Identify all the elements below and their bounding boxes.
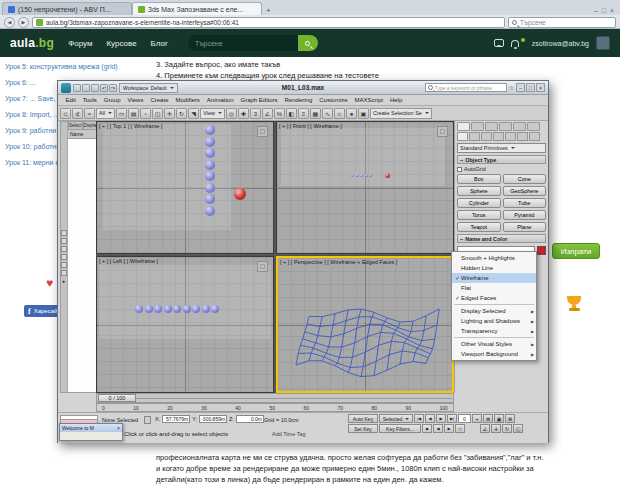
scene-sphere[interactable] <box>205 125 215 135</box>
terrain-mesh[interactable] <box>290 280 442 380</box>
scene-sphere[interactable] <box>154 305 162 313</box>
explorer-tool-icon[interactable] <box>61 270 67 276</box>
menu-item[interactable]: Animation <box>203 97 237 103</box>
unlink-selection-icon[interactable]: ⊄ <box>72 108 83 119</box>
current-frame-field[interactable]: 0 <box>458 414 471 423</box>
space-warps-icon[interactable] <box>517 132 528 141</box>
render-setup-icon[interactable]: ▣ <box>358 108 369 119</box>
back-button[interactable]: ◀ <box>4 17 15 28</box>
viewport-perspective[interactable]: [ + ] [ Perspective ] [ Wireframe + Edge… <box>276 256 454 393</box>
time-slider-handle[interactable]: 0 / 100 <box>98 394 136 402</box>
primitive-button[interactable]: GeoSphere <box>503 186 547 196</box>
scene-sphere[interactable] <box>356 174 359 177</box>
select-and-scale-icon[interactable]: ◥ <box>188 108 199 119</box>
bind-to-space-warp-icon[interactable]: ≈ <box>84 108 95 119</box>
reference-coordinate-dropdown[interactable]: View <box>200 108 225 119</box>
align-icon[interactable]: ≡ <box>298 108 309 119</box>
scene-sphere[interactable] <box>365 174 368 177</box>
viewport-front[interactable]: [ + ] [ Front ] [ Wireframe ] <box>276 121 454 254</box>
window-crossing-icon[interactable]: ◫ <box>152 108 163 119</box>
window-minimize-icon[interactable]: – <box>594 6 598 15</box>
named-selection-set-dropdown[interactable]: Create Selection Se <box>370 108 432 119</box>
menu-item[interactable]: Customize <box>316 97 351 103</box>
scene-sphere[interactable] <box>205 194 215 204</box>
pan-view-icon[interactable]: ✛ <box>491 424 501 433</box>
scene-sphere[interactable] <box>164 305 172 313</box>
viewport-label[interactable]: [ + ] [ Front ] [ Wireframe ] <box>279 123 342 129</box>
context-menu-item[interactable]: ✓ Wireframe <box>452 273 536 283</box>
time-slider-track[interactable] <box>136 398 452 399</box>
max-maximize-icon[interactable]: □ <box>526 83 535 92</box>
scene-sphere[interactable] <box>205 160 215 170</box>
previous-key-icon[interactable]: ◀ <box>433 424 443 433</box>
object-type-rollout[interactable]: − Object Type <box>457 155 546 164</box>
scene-sphere[interactable] <box>192 305 200 313</box>
lights-icon[interactable] <box>481 132 492 141</box>
menu-item[interactable]: Modifiers <box>172 97 203 103</box>
undo-icon[interactable]: ↶ <box>100 84 108 92</box>
hierarchy-tab-icon[interactable] <box>485 122 498 131</box>
primitive-button[interactable]: Cylinder <box>457 198 501 208</box>
scene-sphere[interactable] <box>135 305 143 313</box>
max-close-icon[interactable]: × <box>536 83 545 92</box>
scene-sphere-selected[interactable] <box>385 173 390 178</box>
explorer-name-column-header[interactable]: Name <box>68 130 99 139</box>
scene-sphere[interactable] <box>360 174 363 177</box>
nav-item[interactable]: Блог <box>151 39 168 48</box>
zoom-extents-all-icon[interactable]: ⊞ <box>505 414 515 423</box>
name-and-color-rollout[interactable]: − Name and Color <box>457 234 546 243</box>
scene-sphere[interactable] <box>173 305 181 313</box>
scene-sphere[interactable] <box>205 148 215 158</box>
autogrid-checkbox[interactable] <box>457 167 462 172</box>
sidebar-lesson-link[interactable]: Урок 5: конструктивна мрежа (grid) <box>5 62 137 71</box>
expand-arrow-icon[interactable]: ▸ <box>63 278 66 284</box>
autogrid-row[interactable]: AutoGrid <box>457 166 546 172</box>
scene-sphere[interactable] <box>202 305 210 313</box>
context-menu-item[interactable]: Smooth + Highlights <box>452 253 536 263</box>
object-category-dropdown[interactable]: Standard Primitives <box>457 143 546 153</box>
add-time-tag[interactable]: Add Time Tag <box>272 431 306 437</box>
select-and-rotate-icon[interactable]: ↻ <box>176 108 187 119</box>
nav-item[interactable]: Курсове <box>106 39 136 48</box>
scene-sphere-selected[interactable] <box>234 188 246 200</box>
avatar[interactable] <box>596 36 610 50</box>
scene-sphere[interactable] <box>183 305 191 313</box>
viewcube[interactable] <box>257 126 268 137</box>
primitive-button[interactable]: Tube <box>503 198 547 208</box>
auto-key-button[interactable]: Auto Key <box>348 414 378 423</box>
time-configuration-icon[interactable]: ◷ <box>455 424 465 433</box>
curve-editor-icon[interactable]: ∿ <box>322 108 333 119</box>
scene-sphere[interactable] <box>145 305 153 313</box>
browser-search-field[interactable]: Търсене <box>508 17 616 28</box>
zoom-icon[interactable]: + <box>472 414 482 423</box>
select-and-move-icon[interactable]: ✛ <box>164 108 175 119</box>
selection-lock-icon[interactable] <box>144 416 151 424</box>
messages-icon[interactable] <box>494 39 504 47</box>
viewcube[interactable] <box>437 126 448 137</box>
infocenter-search-field[interactable]: Type a keyword or phrase <box>425 83 507 92</box>
object-color-swatch[interactable] <box>537 246 546 255</box>
explorer-tool-icon[interactable] <box>61 246 67 252</box>
viewcube[interactable] <box>257 261 268 272</box>
selection-filter-dropdown[interactable]: All <box>96 108 115 119</box>
viewport-top[interactable]: [ + ] [ Top 1 ] [ Wireframe ] <box>96 121 274 254</box>
save-scene-icon[interactable] <box>91 84 99 92</box>
primitive-button[interactable]: Cone <box>503 174 547 184</box>
3dsmax-app-icon[interactable] <box>61 83 71 93</box>
utilities-tab-icon[interactable] <box>527 122 540 131</box>
y-coordinate-field[interactable]: -300.859m <box>199 415 227 423</box>
close-icon[interactable]: × <box>117 425 120 431</box>
site-search-field[interactable]: Търсене <box>188 35 318 51</box>
viewport-left[interactable]: [ + ] [ Left ] [ Wireframe ] <box>96 256 274 393</box>
scene-sphere[interactable] <box>351 174 354 177</box>
window-close-icon[interactable]: × <box>610 6 614 15</box>
scene-sphere[interactable] <box>205 137 215 147</box>
context-menu-item[interactable]: ✓ Edged Faces <box>452 293 536 303</box>
site-search-button[interactable] <box>298 35 318 51</box>
go-to-start-icon[interactable]: |◀ <box>414 414 424 423</box>
scene-sphere[interactable] <box>205 171 215 181</box>
viewport-label[interactable]: [ + ] [ Perspective ] [ Wireframe + Edge… <box>280 259 397 265</box>
select-by-name-icon[interactable]: ▤ <box>128 108 139 119</box>
explorer-tool-icon[interactable] <box>61 262 67 268</box>
shapes-icon[interactable] <box>469 132 480 141</box>
